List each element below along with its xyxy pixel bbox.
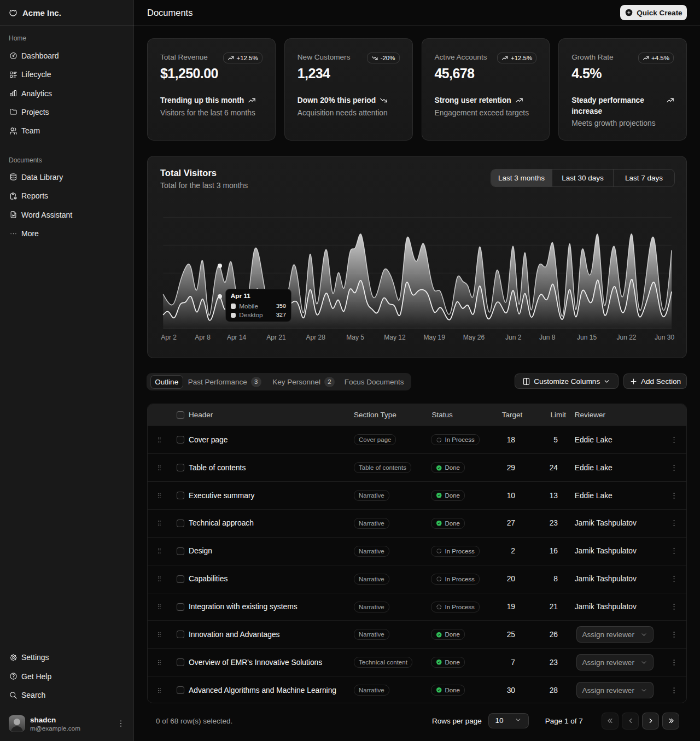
svg-text:Jun 22: Jun 22 bbox=[616, 334, 636, 341]
svg-text:Apr 8: Apr 8 bbox=[195, 334, 211, 341]
svg-text:Jun 15: Jun 15 bbox=[577, 334, 597, 341]
svg-text:Apr 2: Apr 2 bbox=[161, 334, 177, 341]
svg-text:May 5: May 5 bbox=[346, 334, 364, 341]
svg-text:Apr 28: Apr 28 bbox=[306, 334, 326, 341]
svg-text:May 26: May 26 bbox=[463, 334, 485, 341]
svg-text:Jun 30: Jun 30 bbox=[655, 334, 674, 341]
svg-text:Jun 2: Jun 2 bbox=[505, 334, 522, 341]
svg-text:May 12: May 12 bbox=[384, 334, 406, 341]
svg-text:Apr 14: Apr 14 bbox=[227, 334, 247, 341]
svg-text:Jun 8: Jun 8 bbox=[539, 334, 556, 341]
svg-text:May 19: May 19 bbox=[424, 334, 446, 341]
svg-text:Apr 21: Apr 21 bbox=[266, 334, 286, 341]
